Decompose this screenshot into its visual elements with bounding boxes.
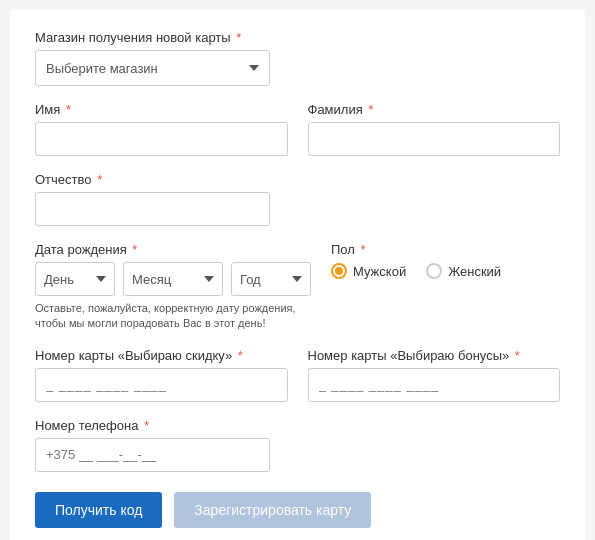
store-select[interactable]: Выберите магазин bbox=[35, 50, 270, 86]
last-name-label-text: Фамилия bbox=[308, 102, 363, 117]
dob-label: Дата рождения * bbox=[35, 242, 311, 257]
first-name-label-text: Имя bbox=[35, 102, 60, 117]
discount-card-label: Номер карты «Выбираю скидку» * bbox=[35, 348, 288, 363]
buttons-row: Получить код Зарегистрировать карту bbox=[35, 492, 560, 528]
date-row: День Месяц Год bbox=[35, 262, 311, 296]
phone-input[interactable] bbox=[35, 438, 270, 472]
gender-label-text: Пол bbox=[331, 242, 355, 257]
month-select[interactable]: Месяц bbox=[123, 262, 223, 296]
dob-label-text: Дата рождения bbox=[35, 242, 127, 257]
gender-male-option[interactable]: Мужской bbox=[331, 263, 406, 279]
card-numbers-row: Номер карты «Выбираю скидку» * Номер кар… bbox=[35, 348, 560, 418]
discount-card-field-group: Номер карты «Выбираю скидку» * bbox=[35, 348, 288, 402]
dob-required: * bbox=[129, 242, 138, 257]
gender-male-label: Мужской bbox=[353, 264, 406, 279]
gender-female-radio[interactable] bbox=[426, 263, 442, 279]
gender-male-radio[interactable] bbox=[331, 263, 347, 279]
bonus-card-label-text: Номер карты «Выбираю бонусы» bbox=[308, 348, 510, 363]
patronymic-field-group: Отчество * bbox=[35, 172, 560, 226]
phone-label: Номер телефона * bbox=[35, 418, 560, 433]
gender-female-label: Женский bbox=[448, 264, 501, 279]
patronymic-required: * bbox=[94, 172, 103, 187]
phone-field-group: Номер телефона * bbox=[35, 418, 560, 472]
bonus-card-input[interactable] bbox=[308, 368, 561, 402]
discount-card-required: * bbox=[234, 348, 243, 363]
gender-options: Мужской Женский bbox=[331, 263, 560, 279]
name-row: Имя * Фамилия * bbox=[35, 102, 560, 172]
dob-section: Дата рождения * День Месяц Год Оставьте,… bbox=[35, 242, 311, 332]
gender-required: * bbox=[357, 242, 366, 257]
patronymic-input[interactable] bbox=[35, 192, 270, 226]
get-code-button[interactable]: Получить код bbox=[35, 492, 162, 528]
phone-label-text: Номер телефона bbox=[35, 418, 138, 433]
first-name-label: Имя * bbox=[35, 102, 288, 117]
day-select[interactable]: День bbox=[35, 262, 115, 296]
patronymic-label: Отчество * bbox=[35, 172, 560, 187]
store-required: * bbox=[233, 30, 242, 45]
last-name-field-group: Фамилия * bbox=[308, 102, 561, 156]
form-container: Магазин получения новой карты * Выберите… bbox=[10, 10, 585, 540]
phone-required: * bbox=[140, 418, 149, 433]
patronymic-label-text: Отчество bbox=[35, 172, 92, 187]
last-name-input[interactable] bbox=[308, 122, 561, 156]
gender-female-option[interactable]: Женский bbox=[426, 263, 501, 279]
discount-card-input[interactable] bbox=[35, 368, 288, 402]
dob-gender-row: Дата рождения * День Месяц Год Оставьте,… bbox=[35, 242, 560, 332]
gender-section: Пол * Мужской Женский bbox=[331, 242, 560, 332]
last-name-label: Фамилия * bbox=[308, 102, 561, 117]
bonus-card-required: * bbox=[511, 348, 520, 363]
bonus-card-field-group: Номер карты «Выбираю бонусы» * bbox=[308, 348, 561, 402]
gender-label: Пол * bbox=[331, 242, 560, 257]
bonus-card-label: Номер карты «Выбираю бонусы» * bbox=[308, 348, 561, 363]
first-name-input[interactable] bbox=[35, 122, 288, 156]
discount-card-label-text: Номер карты «Выбираю скидку» bbox=[35, 348, 232, 363]
store-label-text: Магазин получения новой карты bbox=[35, 30, 231, 45]
store-label: Магазин получения новой карты * bbox=[35, 30, 560, 45]
first-name-required: * bbox=[62, 102, 71, 117]
register-button[interactable]: Зарегистрировать карту bbox=[174, 492, 371, 528]
year-select[interactable]: Год bbox=[231, 262, 311, 296]
last-name-required: * bbox=[365, 102, 374, 117]
first-name-field-group: Имя * bbox=[35, 102, 288, 156]
store-field-group: Магазин получения новой карты * Выберите… bbox=[35, 30, 560, 86]
dob-hint: Оставьте, пожалуйста, корректную дату ро… bbox=[35, 301, 311, 332]
